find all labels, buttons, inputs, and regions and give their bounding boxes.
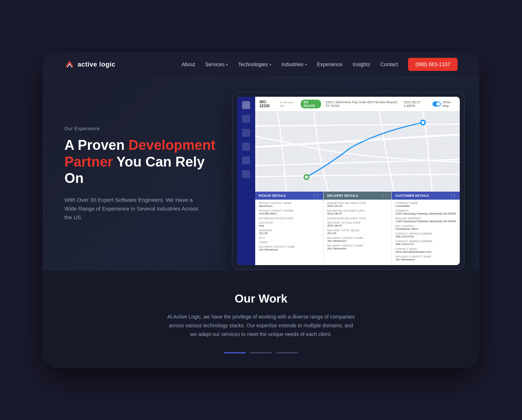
sidebar-icon-5	[242, 156, 250, 164]
app-map: + −	[255, 112, 460, 192]
pickup-row-1: PICKUP CONTACT NAME Stevenson	[259, 202, 320, 208]
nav-item-about[interactable]: About	[182, 61, 195, 67]
delivery-row-1: REQUESTED DELIVERY DATE 2021-04-25	[327, 202, 388, 208]
pickup-row-8: DELIVERY CONTACT NAME Jon Stevenson	[259, 245, 320, 251]
customer-row-6: CONTACT MOBILE NUMBER 406-123-0719	[395, 240, 456, 246]
nav-link-technologies[interactable]: Technologies ▾	[238, 61, 271, 67]
tablet-frame: WO: 22335 14 Minutes ago EN ROUTE 33611 …	[232, 92, 465, 270]
chevron-down-icon: ▾	[226, 63, 228, 67]
status-badge-enroute: EN ROUTE	[301, 100, 321, 108]
nav-item-technologies[interactable]: Technologies ▾	[238, 61, 271, 67]
app-datetime: 2021-05-27 3:45PM	[404, 100, 428, 108]
customer-rows: COMPANY NAME LesserMan ADDRESS 1165 Sanc…	[392, 200, 460, 265]
pickup-row-5: ADDRESS 321.00	[259, 229, 320, 235]
logo-text: active logic	[78, 61, 115, 68]
show-map-toggle[interactable]: Show Map	[432, 100, 455, 108]
sidebar-icon-3	[242, 129, 250, 137]
nav-link-services[interactable]: Services ▾	[205, 61, 228, 67]
sidebar-icon-4	[242, 143, 250, 151]
hero-title: A Proven Development Partner You Can Rel…	[64, 137, 217, 187]
svg-point-14	[305, 176, 308, 179]
nav-item-insights[interactable]: Insights	[353, 61, 370, 67]
delivery-header: DELIVERY DETAILS ⋮⋮	[324, 192, 392, 200]
navbar: active logic About Services ▾ Technologi…	[43, 52, 479, 77]
nav-item-contact[interactable]: Contact	[380, 61, 398, 67]
customer-row-2: ADDRESS 1165 Sanctuary Parkway, Alpharet…	[395, 209, 456, 215]
customer-row-1: COMPANY NAME LesserMan	[395, 202, 456, 208]
app-main: WO: 22335 14 Minutes ago EN ROUTE 33611 …	[255, 97, 460, 265]
customer-panel: CUSTOMER DETAILS ⋮⋮ COMPANY NAME LesserM…	[392, 192, 460, 265]
logo-icon	[64, 59, 75, 69]
phone-cta-button[interactable]: (888) 683-1337	[408, 58, 458, 71]
hero-content: Our Experience A Proven Development Part…	[64, 126, 217, 244]
nav-link-experience[interactable]: Experience	[317, 61, 343, 67]
customer-row-8: DELIVERY CONTACT NAME Jon Stevenson	[395, 255, 456, 261]
sidebar-icon-6	[242, 170, 250, 178]
nav-link-contact[interactable]: Contact	[380, 61, 398, 67]
pickup-row-3: ESTIMATED PICKUP DATE	[259, 217, 320, 220]
nav-item-services[interactable]: Services ▾	[205, 61, 228, 67]
app-topbar: WO: 22335 14 Minutes ago EN ROUTE 33611 …	[255, 97, 460, 112]
app-address: 33611 Stemmons Fwy Suite 800 Farmers Bra…	[325, 100, 399, 108]
hero-title-white-1: A Proven	[64, 137, 128, 153]
logo-area[interactable]: active logic	[64, 59, 115, 69]
pickup-row-4: LOCATION Hub	[259, 221, 320, 227]
tablet-screen: WO: 22335 14 Minutes ago EN ROUTE 33611 …	[237, 97, 460, 265]
svg-point-16	[422, 121, 424, 124]
delivery-row-7: DELIVERY CONTACT NAME Jon Stevenson	[327, 244, 388, 250]
work-title: Our Work	[64, 292, 458, 305]
chevron-down-icon: ▾	[305, 63, 307, 67]
hero-section: Our Experience A Proven Development Part…	[43, 77, 479, 270]
pickup-row-2: PICKUP CONTACT PHONE 214-565-9611	[259, 209, 320, 215]
slider-tabs	[64, 352, 458, 353]
customer-row-4: KEY CONTACT Christopher Stern	[395, 225, 456, 231]
pickup-row-6: CITY	[259, 237, 320, 239]
delivery-row-2: ESTIMATED DELIVERY DATE 2021-08-07	[327, 209, 388, 215]
hero-label: Our Experience	[64, 126, 217, 131]
nav-link-industries[interactable]: Industries ▾	[281, 61, 307, 67]
slider-tab-1[interactable]	[224, 352, 246, 353]
slider-tab-3[interactable]	[276, 352, 298, 353]
pickup-header: PICKUP DETAILS ⋮⋮	[255, 192, 323, 200]
wo-time: 14 Minutes ago	[280, 101, 296, 107]
app-sidebar	[237, 97, 255, 265]
work-description: At Active Logic, we have the privilege o…	[166, 313, 356, 339]
delivery-row-4: DELIVERY ACTUAL DATE 2021-06-07	[327, 221, 388, 227]
device-wrapper: active logic About Services ▾ Technologi…	[43, 52, 479, 368]
delivery-rows: REQUESTED DELIVERY DATE 2021-04-25 ESTIM…	[324, 200, 392, 254]
customer-row-3: MAILING ADDRESS 1165 Sanctuary Parkway, …	[395, 217, 456, 223]
delivery-panel: DELIVERY DETAILS ⋮⋮ REQUESTED DELIVERY D…	[324, 192, 392, 265]
app-details: PICKUP DETAILS ⋮⋮ PICKUP CONTACT NAME St…	[255, 192, 460, 265]
sidebar-icon-1	[242, 101, 250, 109]
work-section: Our Work At Active Logic, we have the pr…	[43, 270, 479, 368]
sidebar-icon-2	[242, 115, 250, 123]
pickup-row-7: STATE	[259, 241, 320, 244]
chevron-down-icon: ▾	[269, 63, 271, 67]
customer-header: CUSTOMER DETAILS ⋮⋮	[392, 192, 460, 200]
nav-item-experience[interactable]: Experience	[317, 61, 343, 67]
delivery-row-5: DELIVERY TOTAL MILES 321.00	[327, 229, 388, 235]
nav-link-about[interactable]: About	[182, 61, 195, 67]
slider-tab-2[interactable]	[250, 352, 272, 353]
nav-item-industries[interactable]: Industries ▾	[281, 61, 307, 67]
delivery-row-3: SCHEDULED DELIVERY DATE	[327, 217, 388, 220]
hero-description: With Over 30 Expert Software Engineers. …	[64, 196, 203, 222]
delivery-row-6: DELIVERY CONTACT NAME Jon Stevenson	[327, 237, 388, 243]
nav-link-insights[interactable]: Insights	[353, 61, 370, 67]
pickup-panel: PICKUP DETAILS ⋮⋮ PICKUP CONTACT NAME St…	[255, 192, 324, 265]
toggle-pill	[432, 101, 441, 107]
nav-links: About Services ▾ Technologies ▾ Industri…	[182, 58, 458, 71]
customer-row-7: CONTACT EMAIL chris.stern@lesserplan.com	[395, 248, 456, 253]
customer-row-5: CONTACT OFFICE NUMBER 406-123-0719	[395, 232, 456, 238]
dashboard-mockup: WO: 22335 14 Minutes ago EN ROUTE 33611 …	[232, 92, 465, 270]
pickup-rows: PICKUP CONTACT NAME Stevenson PICKUP CON…	[255, 200, 323, 255]
wo-number: WO: 22335	[260, 100, 275, 108]
nav-item-cta[interactable]: (888) 683-1337	[408, 58, 458, 71]
